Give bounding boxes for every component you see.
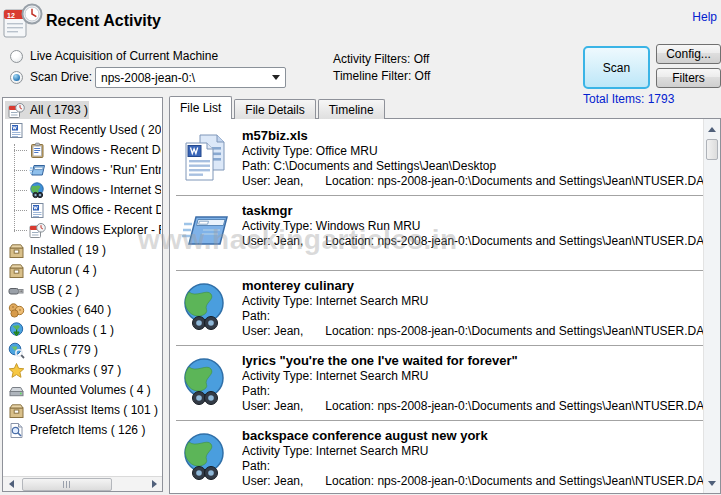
drive-select[interactable]: nps-2008-jean-0:\	[95, 67, 286, 88]
file-list-item[interactable]: m57biz.xlsActivity Type: Office MRUPath:…	[170, 121, 704, 196]
sidebar-item-windows-explorer-rec[interactable]: Windows Explorer - Rec	[3, 220, 161, 240]
scan-drive-option[interactable]: Scan Drive:	[10, 70, 92, 84]
config-button[interactable]: Config...	[656, 44, 721, 64]
sidebar-item-windows-run-entries[interactable]: Windows - 'Run' Entries	[3, 160, 161, 180]
sidebar-item-prefetch-items-126[interactable]: Prefetch Items ( 126 )	[3, 420, 161, 440]
chevron-down-icon[interactable]	[267, 75, 285, 80]
scan-button[interactable]: Scan	[583, 46, 650, 89]
tree-connector	[14, 170, 27, 171]
help-link[interactable]: Help	[692, 10, 717, 24]
recent-doc-icon	[29, 142, 46, 159]
sidebar-tree: All ( 1793 )Most Recently Used ( 20 )Win…	[3, 100, 161, 476]
live-acquisition-option[interactable]: Live Acquisition of Current Machine	[10, 49, 218, 63]
scroll-right-arrow-icon[interactable]	[146, 477, 162, 491]
horizontal-scrollbar-thumb[interactable]	[22, 478, 112, 491]
globe-magnifier-icon	[8, 342, 25, 359]
usb-icon	[8, 282, 25, 299]
tab-bar: File ListFile DetailsTimeline	[169, 97, 385, 119]
item-user-location-row: User: Jean,Location: nps-2008-jean-0:\Do…	[242, 474, 704, 489]
live-acquisition-radio[interactable]	[10, 50, 23, 63]
tab-timeline[interactable]: Timeline	[318, 99, 385, 119]
sidebar-item-downloads-1[interactable]: Downloads ( 1 )	[3, 320, 161, 340]
item-activity-type: Activity Type: Internet Search MRU	[242, 369, 704, 384]
item-location: Location: nps-2008-jean-0:\Documents and…	[325, 399, 704, 414]
sidebar-item-usb-2[interactable]: USB ( 2 )	[3, 280, 161, 300]
sidebar-item-label: All ( 1793 )	[30, 103, 88, 117]
item-title: m57biz.xls	[242, 128, 704, 144]
file-list-vertical-scrollbar[interactable]	[703, 119, 720, 493]
sidebar-item-label: Prefetch Items ( 126 )	[30, 423, 145, 437]
scroll-up-arrow-icon[interactable]	[706, 122, 718, 136]
scroll-down-arrow-icon[interactable]	[706, 476, 718, 490]
recent-activity-calendar-clock-icon: 12	[2, 2, 44, 40]
item-user-location-row: User: Jean,Location: nps-2008-jean-0:\Do…	[242, 174, 704, 189]
sidebar-item-mounted-volumes-4[interactable]: Mounted Volumes ( 4 )	[3, 380, 161, 400]
sidebar-item-most-recently-used-20[interactable]: Most Recently Used ( 20 )	[3, 120, 161, 140]
tab-file-details[interactable]: File Details	[234, 99, 315, 119]
sidebar-item-label: Mounted Volumes ( 4 )	[30, 383, 151, 397]
item-location: Location: nps-2008-jean-0:\Documents and…	[325, 324, 704, 339]
item-user-location-row: User: Jean,Location: nps-2008-jean-0:\Do…	[242, 399, 704, 414]
sidebar-item-ms-office-recent-doc[interactable]: MS Office - Recent Doc	[3, 200, 161, 220]
item-location: Location: nps-2008-jean-0:\Documents and…	[325, 174, 704, 189]
sidebar-item-label: Windows - 'Run' Entries	[51, 163, 161, 177]
tab-file-list[interactable]: File List	[169, 96, 232, 119]
sidebar-item-installed-19[interactable]: Installed ( 19 )	[3, 240, 161, 260]
live-acquisition-label: Live Acquisition of Current Machine	[30, 49, 218, 63]
file-list-item[interactable]: taskmgrActivity Type: Windows Run MRUUse…	[170, 196, 704, 271]
filters-button[interactable]: Filters	[656, 68, 721, 88]
sidebar-item-userassist-items-101[interactable]: UserAssist Items ( 101 )	[3, 400, 161, 420]
drive-select-value: nps-2008-jean-0:\	[96, 71, 267, 85]
tree-connector	[14, 230, 27, 231]
word-doc-icon	[29, 202, 46, 219]
recent-activity-window: 12 Recent Activity Help Live Acquisition…	[0, 0, 721, 495]
sidebar-item-label: Most Recently Used ( 20 )	[30, 123, 161, 137]
sidebar-item-label: Installed ( 19 )	[30, 243, 106, 257]
word-doc-icon	[8, 122, 25, 139]
star-icon	[8, 362, 25, 379]
sidebar-item-cookies-640[interactable]: Cookies ( 640 )	[3, 300, 161, 320]
sidebar-item-label: Downloads ( 1 )	[30, 323, 114, 337]
sidebar-item-label: URLs ( 779 )	[30, 343, 98, 357]
sidebar-horizontal-scrollbar[interactable]	[3, 476, 162, 491]
sidebar-item-bookmarks-97[interactable]: Bookmarks ( 97 )	[3, 360, 161, 380]
sidebar-item-all-1793[interactable]: All ( 1793 )	[3, 100, 161, 120]
globe-download-icon	[8, 322, 25, 339]
calendar-clock-icon	[8, 102, 25, 119]
sidebar-item-windows-recent-docu[interactable]: Windows - Recent Docu	[3, 140, 161, 160]
run-window-big-icon	[182, 207, 230, 259]
file-list-panel: m57biz.xlsActivity Type: Office MRUPath:…	[169, 118, 721, 494]
sidebar-item-autorun-4[interactable]: Autorun ( 4 )	[3, 260, 161, 280]
item-path: Path:	[242, 309, 704, 324]
item-user: User: Jean,	[242, 324, 303, 339]
timeline-filter-status: Timeline Filter: Off	[333, 69, 430, 83]
file-list-item[interactable]: lyrics "you're the one I've waited for f…	[170, 346, 704, 421]
sidebar-item-label: Autorun ( 4 )	[30, 263, 97, 277]
page-title: Recent Activity	[46, 12, 161, 30]
box-icon	[8, 402, 25, 419]
sidebar-item-label: USB ( 2 )	[30, 283, 79, 297]
svg-text:12: 12	[7, 12, 15, 19]
item-activity-type: Activity Type: Internet Search MRU	[242, 294, 704, 309]
globe-binoculars-big-icon	[182, 432, 230, 484]
tree-branch-line	[14, 144, 15, 232]
sidebar-item-windows-internet-sear[interactable]: Windows - Internet Sear	[3, 180, 161, 200]
item-activity-type: Activity Type: Internet Search MRU	[242, 444, 704, 459]
box-icon	[8, 242, 25, 259]
item-activity-type: Activity Type: Office MRU	[242, 144, 704, 159]
tree-connector	[14, 210, 27, 211]
vertical-scrollbar-thumb[interactable]	[706, 139, 718, 160]
file-list-item[interactable]: backspace conference august new yorkActi…	[170, 421, 704, 493]
sidebar: All ( 1793 )Most Recently Used ( 20 )Win…	[2, 97, 163, 492]
item-user: User: Jean,	[242, 234, 303, 249]
sidebar-item-label: Cookies ( 640 )	[30, 303, 111, 317]
file-list-item[interactable]: monterey culinaryActivity Type: Internet…	[170, 271, 704, 346]
item-user: User: Jean,	[242, 399, 303, 414]
activity-filters-status: Activity Filters: Off	[333, 52, 429, 66]
item-activity-type: Activity Type: Windows Run MRU	[242, 219, 704, 234]
globe-binoculars-big-icon	[182, 282, 230, 334]
scroll-left-arrow-icon[interactable]	[3, 477, 19, 491]
cookies-icon	[8, 302, 25, 319]
sidebar-item-urls-779[interactable]: URLs ( 779 )	[3, 340, 161, 360]
scan-drive-radio[interactable]	[10, 71, 23, 84]
